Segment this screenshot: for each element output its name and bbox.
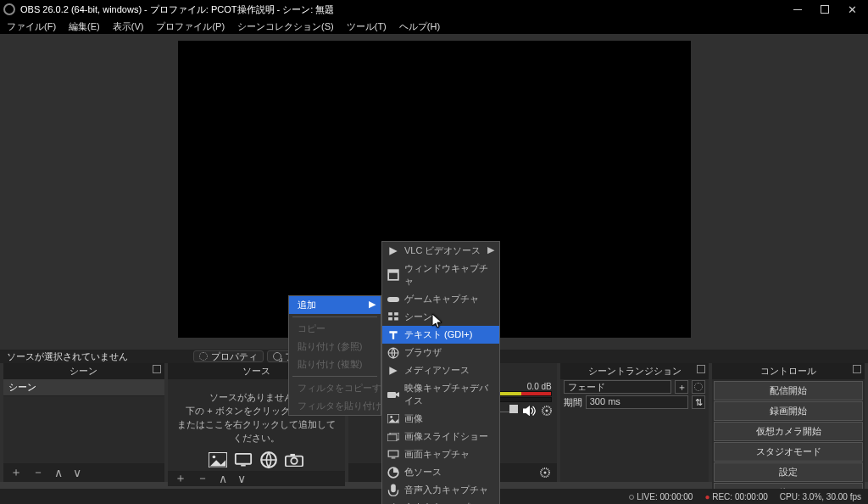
dock-transitions-title: シーントランジション <box>560 363 709 379</box>
properties-button[interactable]: プロパティ <box>193 350 264 362</box>
dock-scenes-title: シーン <box>3 363 164 379</box>
start-virtualcam-button[interactable]: 仮想カメラ開始 <box>714 422 863 441</box>
scene-list-item[interactable]: シーン <box>3 379 164 396</box>
ctx-copy: コピー <box>289 320 381 338</box>
svg-point-11 <box>543 472 546 474</box>
menu-help[interactable]: ヘルプ(H) <box>394 20 445 34</box>
ctx-add[interactable]: 追加▶ <box>289 296 381 314</box>
svg-point-22 <box>390 416 392 418</box>
gear-icon <box>199 352 208 361</box>
dock-controls-title: コントロール <box>712 363 865 379</box>
menu-view[interactable]: 表示(V) <box>108 20 149 34</box>
svg-rect-26 <box>392 457 396 458</box>
duration-stepper[interactable]: ⇅ <box>692 395 705 409</box>
svg-rect-2 <box>236 453 251 463</box>
src-image[interactable]: 画像 <box>382 410 499 428</box>
svg-rect-3 <box>242 464 246 466</box>
source-remove-button[interactable]: － <box>197 471 209 486</box>
dock-sources-title-text: ソース <box>242 366 270 376</box>
dock-controls: コントロール 配信開始 録画開始 仮想カメラ開始 スタジオモード 設定 終了 <box>712 363 865 482</box>
scene-down-button[interactable]: ∨ <box>73 466 81 479</box>
svg-rect-16 <box>394 312 398 316</box>
properties-label: プロパティ <box>211 350 258 363</box>
ctx-paste-filters: フィルタを貼り付ける <box>289 397 381 415</box>
minimize-button[interactable] <box>792 3 804 15</box>
svg-rect-18 <box>394 317 398 321</box>
src-media[interactable]: メディアソース <box>382 361 499 379</box>
title-bar: OBS 26.0.2 (64-bit, windows) - プロファイル: P… <box>0 0 868 19</box>
filter-icon <box>273 352 281 361</box>
duration-input[interactable]: 300 ms <box>586 395 689 409</box>
live-status: LIVE: 00:00:00 <box>629 492 693 501</box>
svg-point-6 <box>292 457 298 463</box>
start-recording-button[interactable]: 録画開始 <box>714 401 863 421</box>
source-up-button[interactable]: ∧ <box>219 472 227 485</box>
src-slideshow[interactable]: 画像スライドショー <box>382 428 499 445</box>
start-streaming-button[interactable]: 配信開始 <box>714 381 863 400</box>
context-menu: 追加▶ コピー 貼り付け (参照) 貼り付け (複製) フィルタをコピーする フ… <box>288 295 381 416</box>
popout-icon[interactable] <box>697 365 705 373</box>
sources-empty-l3: またはここを右クリックして追加してください。 <box>176 418 337 445</box>
dock-transitions: シーントランジション フェード ＋ 期間 300 ms ⇅ <box>560 363 709 482</box>
window-title: OBS 26.0.2 (64-bit, windows) - プロファイル: P… <box>20 3 792 16</box>
menu-bar: ファイル(F) 編集(E) 表示(V) プロファイル(P) シーンコレクション(… <box>0 19 868 34</box>
duration-label: 期間 <box>564 396 582 409</box>
source-add-button[interactable]: ＋ <box>175 471 186 486</box>
popout-icon[interactable] <box>153 365 161 373</box>
sources-toolbar: ＋ － ∧ ∨ <box>168 471 346 486</box>
globe-icon <box>259 452 278 468</box>
svg-rect-7 <box>291 453 296 456</box>
menu-edit[interactable]: 編集(E) <box>64 20 105 34</box>
svg-rect-17 <box>388 317 392 321</box>
dock-transitions-title-text: シーントランジション <box>588 366 682 376</box>
svg-rect-28 <box>391 484 396 493</box>
gear-icon[interactable] <box>540 468 550 478</box>
src-audio-out[interactable]: 音声出力キャプチャ <box>382 499 499 504</box>
menu-file[interactable]: ファイル(F) <box>2 20 61 34</box>
src-audio-in[interactable]: 音声入力キャプチャ <box>382 481 499 499</box>
svg-rect-13 <box>388 270 398 273</box>
svg-point-9 <box>545 410 548 412</box>
scenes-toolbar: ＋ － ∧ ∨ <box>3 463 164 482</box>
transition-add-button[interactable]: ＋ <box>675 380 688 394</box>
src-window[interactable]: ウィンドウキャプチャ <box>382 260 499 290</box>
ctx-copy-filters: フィルタをコピーする <box>289 379 381 397</box>
studio-mode-button[interactable]: スタジオモード <box>714 442 863 462</box>
dock-scenes: シーン シーン ＋ － ∧ ∨ <box>3 363 164 482</box>
scene-add-button[interactable]: ＋ <box>10 465 22 480</box>
rec-status: ● REC: 00:00:00 <box>704 492 767 501</box>
source-down-button[interactable]: ∨ <box>237 472 246 485</box>
menu-profile[interactable]: プロファイル(P) <box>151 20 230 34</box>
ctx-paste-ref: 貼り付け (参照) <box>289 338 381 356</box>
dock-scenes-title-text: シーン <box>70 366 97 376</box>
svg-rect-24 <box>387 434 397 441</box>
transition-settings-button[interactable] <box>692 380 705 394</box>
src-vlc[interactable]: VLC ビデオソース <box>382 242 499 260</box>
menu-scene-collection[interactable]: シーンコレクション(S) <box>232 20 339 34</box>
transition-select[interactable]: フェード <box>564 380 672 394</box>
src-browser[interactable]: ブラウザ <box>382 344 499 361</box>
ctx-paste-dup: 貼り付け (複製) <box>289 356 381 373</box>
src-game[interactable]: ゲームキャプチャ <box>382 290 499 308</box>
scene-remove-button[interactable]: － <box>32 465 44 480</box>
popout-icon[interactable] <box>853 365 861 373</box>
src-display[interactable]: 画面キャプチャ <box>382 445 499 463</box>
src-capture-device[interactable]: 映像キャプチャデバイス <box>382 379 499 410</box>
scene-up-button[interactable]: ∧ <box>54 466 63 479</box>
svg-rect-20 <box>387 392 396 398</box>
gear-icon[interactable] <box>542 406 552 416</box>
display-icon <box>234 452 253 468</box>
maximize-button[interactable] <box>819 3 831 15</box>
svg-rect-25 <box>388 451 398 456</box>
src-color[interactable]: 色ソース <box>382 463 499 481</box>
svg-rect-15 <box>388 312 392 316</box>
settings-button[interactable]: 設定 <box>714 462 863 482</box>
speaker-icon[interactable] <box>523 406 537 416</box>
image-icon <box>209 452 227 468</box>
close-button[interactable]: ✕ <box>846 3 858 15</box>
source-type-submenu: VLC ビデオソース ウィンドウキャプチャ ゲームキャプチャ シーン テキスト … <box>381 241 500 504</box>
menu-tools[interactable]: ツール(T) <box>342 20 392 34</box>
dock-controls-title-text: コントロール <box>760 366 816 376</box>
svg-point-1 <box>213 455 216 458</box>
no-source-label: ソースが選択されていません <box>7 350 193 363</box>
